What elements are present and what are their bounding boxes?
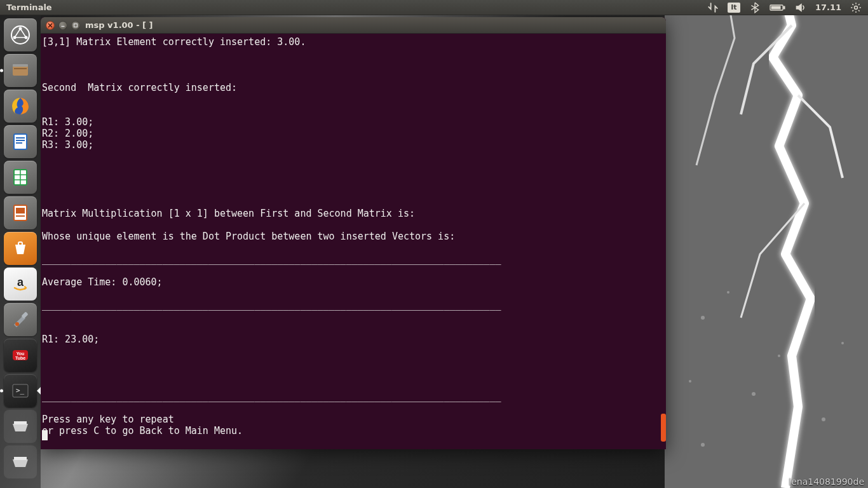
battery-icon[interactable] bbox=[770, 2, 786, 13]
term-line: ________________________________________… bbox=[42, 254, 501, 265]
window-title: msp v1.00 - [ ] bbox=[85, 20, 153, 30]
svg-text:>_: >_ bbox=[16, 386, 25, 395]
svg-line-17 bbox=[852, 4, 853, 5]
svg-rect-11 bbox=[771, 6, 780, 9]
launcher-firefox[interactable] bbox=[4, 90, 37, 123]
svg-rect-52 bbox=[74, 24, 78, 27]
close-button[interactable] bbox=[46, 21, 55, 30]
svg-line-18 bbox=[858, 10, 860, 11]
launcher-amazon[interactable]: a bbox=[4, 268, 37, 301]
system-tray: It 17.11 bbox=[707, 2, 868, 13]
terminal-body[interactable]: [3,1] Matrix Element correctly inserted:… bbox=[41, 34, 666, 449]
term-line: or press C to go Back to Main Menu. bbox=[42, 425, 243, 437]
launcher: a YouTube >_ bbox=[0, 15, 41, 488]
minimize-button[interactable] bbox=[58, 21, 67, 30]
svg-rect-10 bbox=[783, 6, 785, 9]
clock[interactable]: 17.11 bbox=[815, 3, 841, 12]
svg-rect-49 bbox=[14, 421, 27, 424]
term-line: R1: 3.00; bbox=[42, 116, 93, 128]
svg-line-20 bbox=[858, 4, 860, 5]
svg-rect-50 bbox=[14, 457, 27, 460]
term-line: Matrix Multiplication [1 x 1] between Fi… bbox=[42, 208, 415, 219]
term-line: Second Matrix correctly inserted: bbox=[42, 82, 237, 93]
launcher-device-1[interactable] bbox=[4, 410, 37, 443]
launcher-device-2[interactable] bbox=[4, 445, 37, 478]
term-line: Whose unique element is the Dot Product … bbox=[42, 231, 455, 242]
svg-rect-31 bbox=[16, 140, 25, 141]
term-line: ________________________________________… bbox=[42, 299, 501, 311]
launcher-writer[interactable] bbox=[4, 125, 37, 158]
svg-rect-40 bbox=[18, 242, 22, 245]
svg-rect-25 bbox=[13, 65, 28, 76]
term-line: Average Time: 0.0060; bbox=[42, 276, 163, 288]
network-icon[interactable] bbox=[707, 2, 719, 13]
launcher-dash[interactable] bbox=[4, 18, 37, 51]
volume-icon[interactable] bbox=[795, 2, 806, 13]
active-app-title[interactable]: Terminale bbox=[0, 3, 58, 12]
terminal-scrollbar[interactable] bbox=[661, 414, 666, 442]
launcher-settings[interactable] bbox=[4, 303, 37, 336]
top-panel: Terminale It 17.11 bbox=[0, 0, 868, 15]
launcher-files[interactable] bbox=[4, 54, 37, 87]
svg-text:Tube: Tube bbox=[15, 356, 25, 360]
term-line: Press any key to repeat bbox=[42, 414, 174, 425]
terminal-cursor bbox=[42, 430, 48, 440]
gear-icon[interactable] bbox=[850, 2, 862, 13]
launcher-terminal[interactable]: >_ bbox=[4, 374, 37, 407]
term-line: R3: 3.00; bbox=[42, 139, 93, 151]
term-line: [3,1] Matrix Element correctly inserted:… bbox=[42, 36, 306, 48]
svg-rect-32 bbox=[16, 142, 22, 144]
terminal-window: msp v1.00 - [ ] [3,1] Matrix Element cor… bbox=[41, 17, 666, 449]
svg-rect-39 bbox=[16, 215, 25, 217]
svg-rect-27 bbox=[13, 64, 28, 67]
bluetooth-icon[interactable] bbox=[749, 2, 761, 13]
maximize-button[interactable] bbox=[71, 21, 80, 30]
svg-text:a: a bbox=[17, 276, 24, 288]
svg-point-43 bbox=[15, 322, 19, 326]
svg-line-19 bbox=[852, 10, 853, 11]
keyboard-layout-indicator[interactable]: It bbox=[728, 3, 740, 13]
window-controls bbox=[46, 21, 80, 30]
svg-rect-30 bbox=[16, 137, 25, 139]
launcher-impress[interactable] bbox=[4, 196, 37, 229]
window-titlebar[interactable]: msp v1.00 - [ ] bbox=[41, 17, 666, 34]
svg-rect-26 bbox=[14, 68, 27, 69]
launcher-youtube[interactable]: YouTube bbox=[4, 339, 37, 372]
svg-rect-29 bbox=[14, 134, 27, 149]
svg-point-12 bbox=[855, 6, 858, 9]
launcher-software-center[interactable] bbox=[4, 232, 37, 265]
term-line: ________________________________________… bbox=[42, 391, 501, 402]
term-line: R2: 2.00; bbox=[42, 128, 93, 139]
svg-rect-38 bbox=[16, 208, 25, 214]
term-line: R1: 23.00; bbox=[42, 334, 99, 345]
svg-text:You: You bbox=[17, 351, 25, 356]
launcher-calc[interactable] bbox=[4, 161, 37, 194]
watermark-text: lena14081990de bbox=[789, 477, 864, 487]
